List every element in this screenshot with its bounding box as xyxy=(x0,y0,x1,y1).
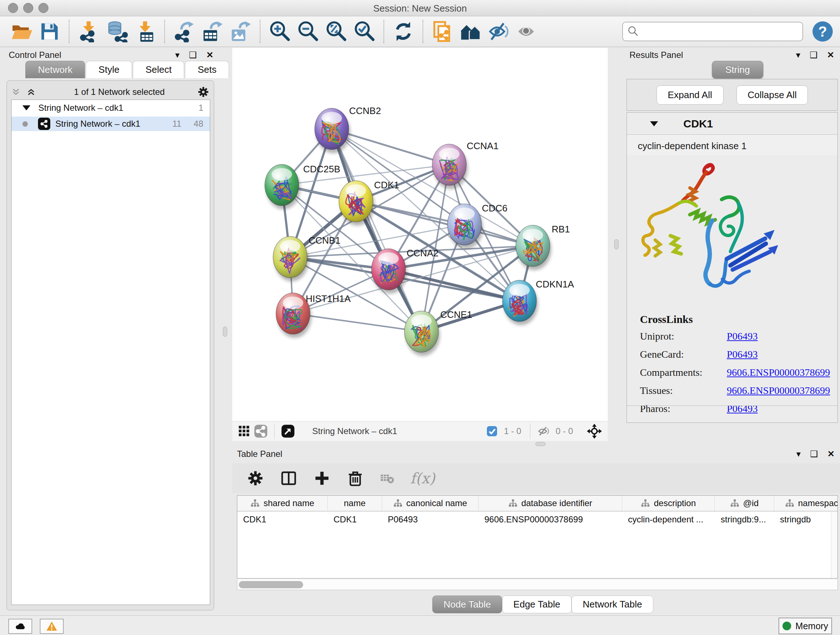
pan-crosshair-icon[interactable] xyxy=(586,423,603,440)
column-header-shared-name[interactable]: shared name xyxy=(237,496,328,511)
right-splitter-handle[interactable] xyxy=(614,239,619,249)
tab-network-table[interactable]: Network Table xyxy=(572,595,653,613)
expand-all-button[interactable]: Expand All xyxy=(657,86,723,105)
warnings-button[interactable] xyxy=(40,619,64,634)
crosslink-link[interactable]: 9606.ENSP00000378699 xyxy=(727,367,830,378)
export-table-button[interactable] xyxy=(198,19,226,44)
network-node-HIST1H1A[interactable]: HIST1H1A xyxy=(276,293,351,338)
left-splitter-handle[interactable] xyxy=(223,326,227,337)
zoom-fit-button[interactable] xyxy=(322,19,350,44)
control-panel-menu-icon[interactable]: ▾ xyxy=(175,50,180,60)
search-input[interactable] xyxy=(622,22,803,41)
delete-column-trash-icon[interactable] xyxy=(347,470,364,487)
create-column-plus-icon[interactable] xyxy=(313,470,331,487)
table-panel-close-icon[interactable]: ✕ xyxy=(827,449,835,459)
control-panel-float-icon[interactable]: ❑ xyxy=(189,50,197,60)
toolbar-separator xyxy=(69,20,69,43)
table-panel-float-icon[interactable]: ❑ xyxy=(810,449,818,459)
selected-checkbox-icon[interactable] xyxy=(484,423,500,440)
tab-style[interactable]: Style xyxy=(86,61,132,78)
toolbar-separator xyxy=(423,20,423,43)
zoom-in-button[interactable] xyxy=(265,19,294,44)
crosslink-label: Tissues: xyxy=(640,385,727,396)
network-share-icon[interactable] xyxy=(253,423,269,440)
table-vertical-scrollbar[interactable] xyxy=(831,511,837,578)
table-row[interactable]: CDK1CDK1P064939606.ENSP00000378699cyclin… xyxy=(237,511,838,528)
tab-sets[interactable]: Sets xyxy=(185,61,229,78)
table-cell: cyclin-dependent ... xyxy=(622,511,715,528)
network-row-selected[interactable]: String Network – cdk1 11 48 xyxy=(11,117,210,131)
bottom-splitter-handle[interactable] xyxy=(535,442,546,446)
tab-string[interactable]: String xyxy=(712,61,763,79)
column-header--id[interactable]: @id xyxy=(715,496,774,511)
table-tabs: Node TableEdge TableNetwork Table xyxy=(432,595,653,613)
table-cell: CDK1 xyxy=(328,511,382,528)
table-panel-menu-icon[interactable]: ▾ xyxy=(796,449,801,459)
refresh-view-button[interactable] xyxy=(389,19,417,44)
first-neighbors-button[interactable] xyxy=(456,19,485,44)
import-table-file-button[interactable] xyxy=(131,19,159,44)
zoom-out-button[interactable] xyxy=(294,19,322,44)
node-label-CDC25B: CDC25B xyxy=(303,164,340,174)
help-button[interactable]: ? xyxy=(813,21,833,42)
protein-result-card: CDK1 cyclin-dependent kinase 1 xyxy=(627,112,838,423)
expand-all-icon[interactable] xyxy=(27,87,36,97)
zoom-selected-button[interactable] xyxy=(350,19,378,44)
collection-expand-icon[interactable] xyxy=(22,105,30,111)
protein-collapse-icon[interactable] xyxy=(650,121,658,126)
select-columns-icon[interactable] xyxy=(280,470,297,487)
network-node-CCNB2[interactable]: CCNB2 xyxy=(315,105,381,153)
results-panel-float-icon[interactable]: ❑ xyxy=(810,50,818,60)
crosslink-link[interactable]: 9606.ENSP00000378699 xyxy=(727,385,830,396)
export-network-button[interactable] xyxy=(170,19,198,44)
network-node-CDC25B[interactable]: CDC25B xyxy=(265,164,340,209)
birds-eye-grid-icon[interactable] xyxy=(236,423,253,440)
crosslink-link[interactable]: P06493 xyxy=(727,331,758,342)
hide-selected-button[interactable] xyxy=(485,19,513,44)
network-node-CCNA1[interactable]: CCNA1 xyxy=(432,141,499,189)
results-panel-close-icon[interactable]: ✕ xyxy=(827,50,834,60)
protein-card-header[interactable]: CDK1 xyxy=(627,112,837,135)
crosslink-label: Uniprot: xyxy=(640,331,727,342)
network-canvas[interactable]: CCNB2CCNA1CDC25BCDK1CDC6RB1CCNB1CCNA2CDK… xyxy=(232,48,608,421)
table-cell: 9606.ENSP00000378699 xyxy=(478,511,622,528)
results-panel-menu-icon[interactable]: ▾ xyxy=(796,50,800,60)
main-toolbar: ? xyxy=(0,16,840,47)
memory-button[interactable]: Memory xyxy=(778,618,832,634)
network-label: String Network – cdk1 xyxy=(55,119,172,129)
crosslink-link[interactable]: P06493 xyxy=(727,348,758,360)
table-options-gear-icon[interactable] xyxy=(247,470,264,487)
tab-network[interactable]: Network xyxy=(25,61,85,78)
open-session-button[interactable] xyxy=(7,19,35,44)
network-collection-row[interactable]: String Network – cdk1 1 xyxy=(11,100,210,114)
scrollbar-thumb[interactable] xyxy=(239,581,303,588)
collapse-all-icon[interactable] xyxy=(11,87,21,97)
save-session-button[interactable] xyxy=(35,19,64,44)
column-header-database-identifier[interactable]: database identifier xyxy=(478,496,622,511)
import-network-file-button[interactable] xyxy=(74,19,103,44)
network-options-gear-icon[interactable] xyxy=(197,86,210,98)
network-node-CDK1[interactable]: CDK1 xyxy=(339,180,399,226)
cloud-services-button[interactable] xyxy=(8,619,32,634)
results-panel-title: Results Panel xyxy=(630,50,683,60)
column-header-description[interactable]: description xyxy=(622,496,715,511)
column-header-namespace[interactable]: namespace xyxy=(774,496,838,511)
collapse-all-button[interactable]: Collapse All xyxy=(737,86,808,105)
crosslinks-title: CrossLinks xyxy=(640,313,837,325)
crosslink-link[interactable]: P06493 xyxy=(727,403,758,415)
tab-select[interactable]: Select xyxy=(133,61,184,78)
tab-edge-table[interactable]: Edge Table xyxy=(502,595,572,613)
control-panel-close-icon[interactable]: ✕ xyxy=(206,50,213,60)
new-network-from-selection-button[interactable] xyxy=(428,19,456,44)
open-in-browser-icon[interactable] xyxy=(279,423,296,440)
export-image-button[interactable] xyxy=(226,19,255,44)
network-node-CCNE1[interactable]: CCNE1 xyxy=(404,309,472,356)
column-header-name[interactable]: name xyxy=(328,496,382,511)
show-all-button[interactable] xyxy=(513,19,541,44)
table-horizontal-scrollbar[interactable] xyxy=(237,579,838,590)
tab-node-table[interactable]: Node Table xyxy=(432,595,502,613)
network-node-CDKN1A[interactable]: CDKN1A xyxy=(502,279,574,325)
network-node-RB1[interactable]: RB1 xyxy=(516,224,570,270)
column-header-canonical-name[interactable]: canonical name xyxy=(382,496,478,511)
import-network-database-button[interactable] xyxy=(103,19,131,44)
